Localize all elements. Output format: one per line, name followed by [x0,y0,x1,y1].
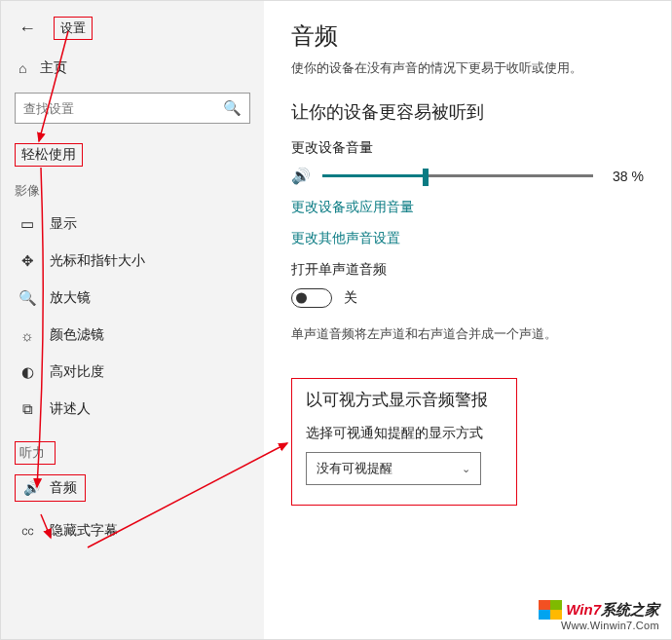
toggle-knob [296,293,307,304]
windows-logo-icon [539,600,562,620]
search-input[interactable] [23,101,223,116]
visual-alert-field-label: 选择可视通知提醒的显示方式 [306,425,503,442]
sidebar-item-label: 光标和指针大小 [50,252,145,270]
cursor-icon: ✥ [19,252,36,270]
window-title-box: 设置 [54,17,93,40]
slider-track[interactable] [322,174,593,177]
back-button[interactable]: ← [19,19,36,39]
watermark-line1b: 系统之家 [601,601,659,618]
sidebar-item-cursor[interactable]: ✥ 光标和指针大小 [1,243,264,280]
mono-toggle-state: 关 [344,289,357,307]
category-hearing: 听力 [15,441,56,465]
volume-percent: 38 % [613,169,644,184]
sidebar-item-label: 显示 [50,215,77,233]
sidebar-item-cc[interactable]: ㏄ 隐藏式字幕 [1,511,264,549]
sidebar-item-label: 讲述人 [50,400,91,418]
visual-alert-heading: 以可视方式显示音频警报 [306,389,503,411]
sidebar-item-label: 高对比度 [50,363,104,381]
dropdown-value: 没有可视提醒 [317,460,392,477]
watermark-line1a: Win7 [566,601,601,618]
visual-alert-section: 以可视方式显示音频警报 选择可视通知提醒的显示方式 没有可视提醒 ⌄ [291,378,517,506]
link-other-sound[interactable]: 更改其他声音设置 [291,230,644,247]
category-vision: 影像 [1,170,264,206]
sidebar-item-label: 音频 [50,479,77,497]
link-app-volume[interactable]: 更改设备或应用音量 [291,199,644,216]
mono-note: 单声道音频将左声道和右声道合并成一个声道。 [291,325,644,343]
mono-label: 打开单声道音频 [291,261,644,279]
volume-label: 更改设备音量 [291,139,644,157]
volume-icon: 🔊 [291,167,311,185]
mono-toggle[interactable] [291,288,332,308]
sidebar-item-display[interactable]: ▭ 显示 [1,206,264,243]
sidebar-home-label: 主页 [40,59,67,77]
speaker-icon: 🔊 [23,480,40,496]
sidebar-home[interactable]: ⌂ 主页 [1,50,264,89]
narrator-icon: ⧉ [19,400,36,418]
color-filter-icon: ☼ [19,327,36,344]
high-contrast-icon: ◐ [19,363,36,381]
sidebar-item-high-contrast[interactable]: ◐ 高对比度 [1,354,264,391]
search-box[interactable]: 🔍 [15,93,250,124]
sidebar-item-label: 隐藏式字幕 [50,522,118,540]
slider-fill [322,174,426,177]
page-title: 音频 [291,20,644,52]
sidebar-item-magnifier[interactable]: 🔍 放大镜 [1,280,264,317]
watermark-line2: Www.Winwin7.Com [539,620,659,631]
ease-of-access-header: 轻松使用 [15,143,83,167]
visual-alert-dropdown[interactable]: 没有可视提醒 ⌄ [306,452,481,485]
cc-icon: ㏄ [19,521,36,540]
sidebar-item-color-filter[interactable]: ☼ 颜色滤镜 [1,317,264,354]
home-icon: ⌂ [19,60,26,76]
sidebar-item-label: 颜色滤镜 [50,326,104,344]
sidebar: ← 设置 ⌂ 主页 🔍 轻松使用 影像 ▭ 显示 ✥ 光标和指针大小 [1,1,264,639]
volume-slider[interactable]: 🔊 38 % [291,167,644,185]
display-icon: ▭ [19,215,36,233]
window-title: 设置 [60,20,86,35]
main-panel: 音频 使你的设备在没有声音的情况下更易于收听或使用。 让你的设备更容易被听到 更… [264,1,671,639]
chevron-down-icon: ⌄ [462,463,470,475]
sidebar-item-label: 放大镜 [50,289,91,307]
listen-heading: 让你的设备更容易被听到 [291,100,644,124]
sidebar-item-narrator[interactable]: ⧉ 讲述人 [1,391,264,428]
sidebar-item-audio[interactable]: 🔊 音频 [15,474,86,502]
magnifier-icon: 🔍 [19,289,36,307]
page-subtitle: 使你的设备在没有声音的情况下更易于收听或使用。 [291,59,644,77]
watermark: Win7系统之家 Www.Winwin7.Com [539,597,659,631]
search-icon: 🔍 [223,99,242,117]
slider-thumb[interactable] [423,169,429,186]
